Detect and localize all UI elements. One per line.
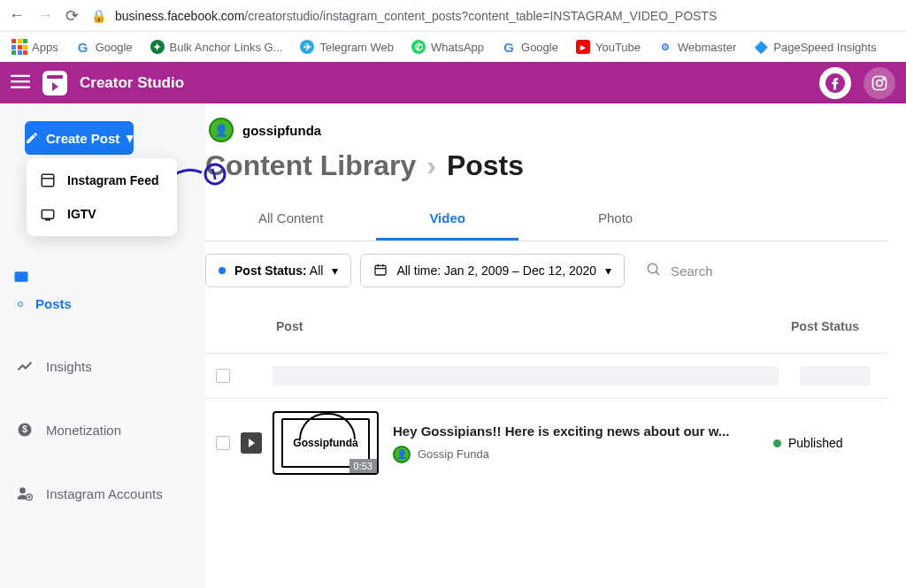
main-content: 👤 gossipfunda Content Library › Posts Al…	[205, 103, 906, 588]
table-row[interactable]: Gossipfunda 0:53 Hey Gossipians!! Here i…	[205, 398, 888, 487]
bookmark-google2[interactable]: GGoogle	[496, 36, 564, 57]
account-name: gossipfunda	[242, 123, 321, 138]
calendar-icon	[373, 263, 388, 279]
date-range-filter[interactable]: All time: Jan 2, 2009 – Dec 12, 2020 ▾	[360, 254, 625, 287]
forward-icon[interactable]: →	[37, 6, 53, 25]
create-post-button[interactable]: Create Post ▾	[25, 121, 134, 155]
tab-video[interactable]: Video	[376, 198, 518, 241]
bookmark-webmaster[interactable]: ⚙Webmaster	[653, 36, 741, 57]
app-header: Creator Studio	[0, 62, 906, 103]
svg-line-23	[656, 271, 659, 275]
library-icon	[12, 268, 30, 286]
svg-point-16	[19, 487, 26, 493]
reload-icon[interactable]: ⟳	[65, 6, 79, 26]
svg-rect-0	[11, 74, 30, 76]
svg-point-22	[648, 263, 657, 273]
dot-icon	[18, 302, 23, 307]
breadcrumb: Content Library › Posts	[205, 149, 906, 198]
svg-point-6	[883, 78, 885, 80]
monetization-icon: $	[16, 421, 34, 439]
bookmark-bulk[interactable]: ✦Bulk Anchor Links G...	[145, 36, 288, 57]
duration-badge: 0:53	[349, 459, 377, 473]
row-checkbox[interactable]	[216, 436, 230, 450]
chevron-right-icon: ›	[426, 149, 436, 182]
status-dot-icon	[219, 267, 226, 274]
creator-studio-logo	[42, 71, 67, 95]
bookmarks-bar: Apps GGoogle ✦Bulk Anchor Links G... ✈Te…	[0, 32, 906, 62]
tab-photo[interactable]: Photo	[518, 198, 712, 241]
create-post-dropdown: Instagram Feed IGTV	[27, 158, 177, 236]
author-avatar: 👤	[393, 446, 411, 463]
dropdown-instagram-feed[interactable]: Instagram Feed	[27, 164, 177, 197]
post-status-filter[interactable]: Post Status: All ▾	[205, 254, 351, 287]
insights-icon	[16, 357, 34, 375]
svg-point-5	[877, 80, 883, 86]
svg-rect-2	[11, 86, 30, 88]
search-icon	[646, 262, 662, 280]
status-badge: Published	[773, 436, 888, 450]
content-tabs: All Content Video Photo	[205, 198, 888, 241]
bookmark-pagespeed[interactable]: 🔷PageSpeed Insights	[749, 36, 881, 57]
sidebar-item-monetization[interactable]: $ Monetization	[0, 409, 205, 451]
table-row	[205, 353, 888, 398]
sidebar-item-instagram-accounts[interactable]: Instagram Accounts	[0, 472, 205, 515]
search-input[interactable]: Search	[633, 254, 888, 287]
skeleton-loader	[273, 366, 779, 386]
svg-text:$: $	[22, 424, 27, 434]
menu-icon[interactable]	[11, 72, 30, 95]
bookmark-telegram[interactable]: ✈Telegram Web	[295, 36, 399, 57]
account-avatar[interactable]: 👤	[209, 118, 234, 142]
bookmark-google[interactable]: GGoogle	[71, 36, 138, 57]
url-path: /creatorstudio/instagram_content_posts?c…	[244, 9, 717, 23]
svg-rect-7	[42, 174, 54, 187]
sidebar-item-content-library-icon[interactable]	[0, 256, 46, 298]
col-status: Post Status	[791, 319, 906, 333]
feed-icon	[39, 172, 57, 188]
accounts-icon	[16, 485, 34, 502]
back-icon[interactable]: ←	[9, 6, 25, 25]
app-title: Creator Studio	[80, 74, 184, 92]
svg-rect-18	[375, 265, 386, 275]
skeleton-loader	[800, 366, 871, 386]
table-header: Post Post Status	[205, 300, 906, 353]
bookmark-youtube[interactable]: ▸YouTube	[571, 36, 646, 57]
status-dot-icon	[773, 439, 781, 447]
crumb-posts: Posts	[447, 149, 524, 182]
svg-rect-13	[15, 271, 28, 282]
facebook-switch-icon[interactable]	[819, 67, 851, 99]
url-domain: business.facebook.com	[115, 9, 244, 23]
play-icon[interactable]	[241, 432, 262, 454]
chevron-down-icon: ▾	[332, 263, 338, 278]
chevron-down-icon: ▾	[127, 130, 134, 146]
row-checkbox[interactable]	[216, 369, 230, 383]
url-bar[interactable]: 🔒 business.facebook.com/creatorstudio/in…	[91, 9, 897, 23]
tv-icon	[39, 206, 57, 222]
sidebar-item-insights[interactable]: Insights	[0, 345, 205, 387]
col-post: Post	[276, 319, 791, 333]
video-thumbnail[interactable]: Gossipfunda 0:53	[273, 411, 379, 475]
bookmark-apps[interactable]: Apps	[7, 36, 64, 57]
post-title: Hey Gossipians!! Here is exciting news a…	[393, 424, 773, 439]
instagram-switch-icon[interactable]	[864, 67, 895, 99]
dropdown-igtv[interactable]: IGTV	[27, 197, 177, 231]
post-author: Gossip Funda	[418, 447, 489, 461]
crumb-library[interactable]: Content Library	[205, 149, 416, 182]
sidebar: Create Post ▾ Instagram Feed IGTV	[0, 103, 205, 588]
svg-rect-9	[42, 210, 54, 219]
lock-icon: 🔒	[91, 9, 106, 23]
bookmark-whatsapp[interactable]: ✆WhatsApp	[406, 36, 489, 57]
chevron-down-icon: ▾	[605, 263, 611, 278]
tab-all-content[interactable]: All Content	[205, 198, 376, 241]
svg-rect-1	[11, 80, 30, 82]
